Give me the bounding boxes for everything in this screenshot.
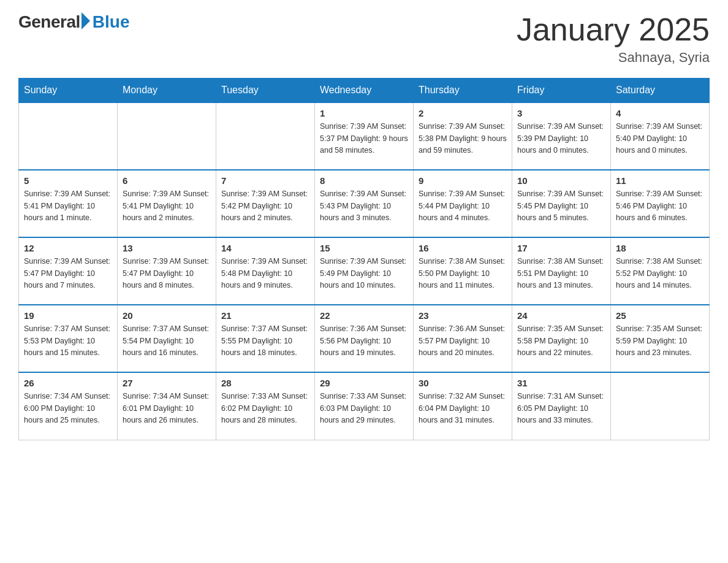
day-number: 15 bbox=[320, 243, 408, 253]
calendar-cell: 6Sunrise: 7:39 AM Sunset: 5:41 PM Daylig… bbox=[118, 170, 216, 237]
calendar-cell: 16Sunrise: 7:38 AM Sunset: 5:50 PM Dayli… bbox=[414, 237, 512, 305]
day-number: 1 bbox=[320, 108, 408, 118]
calendar-cell: 14Sunrise: 7:39 AM Sunset: 5:48 PM Dayli… bbox=[216, 237, 315, 305]
day-info: Sunrise: 7:39 AM Sunset: 5:40 PM Dayligh… bbox=[616, 121, 704, 156]
day-number: 23 bbox=[419, 310, 507, 321]
day-number: 4 bbox=[616, 108, 704, 118]
calendar-cell: 11Sunrise: 7:39 AM Sunset: 5:46 PM Dayli… bbox=[611, 170, 710, 237]
calendar-cell: 19Sunrise: 7:37 AM Sunset: 5:53 PM Dayli… bbox=[19, 305, 118, 372]
calendar-cell: 30Sunrise: 7:32 AM Sunset: 6:04 PM Dayli… bbox=[414, 372, 512, 440]
day-info: Sunrise: 7:34 AM Sunset: 6:00 PM Dayligh… bbox=[24, 391, 112, 426]
calendar-cell: 31Sunrise: 7:31 AM Sunset: 6:05 PM Dayli… bbox=[512, 372, 611, 440]
day-number: 28 bbox=[221, 378, 309, 388]
day-number: 14 bbox=[221, 243, 309, 253]
day-number: 30 bbox=[419, 378, 507, 388]
day-number: 12 bbox=[24, 243, 112, 253]
calendar-cell: 21Sunrise: 7:37 AM Sunset: 5:55 PM Dayli… bbox=[216, 305, 315, 372]
header-wednesday: Wednesday bbox=[315, 79, 414, 103]
day-info: Sunrise: 7:39 AM Sunset: 5:44 PM Dayligh… bbox=[419, 188, 507, 224]
day-number: 11 bbox=[616, 175, 704, 186]
calendar-table: SundayMondayTuesdayWednesdayThursdayFrid… bbox=[18, 78, 710, 440]
page-header: General Blue January 2025 Sahnaya, Syria bbox=[18, 12, 710, 66]
day-info: Sunrise: 7:39 AM Sunset: 5:47 PM Dayligh… bbox=[24, 256, 112, 291]
day-info: Sunrise: 7:34 AM Sunset: 6:01 PM Dayligh… bbox=[123, 391, 211, 426]
day-number: 24 bbox=[517, 310, 605, 321]
header-tuesday: Tuesday bbox=[216, 79, 315, 103]
week-row-1: 5Sunrise: 7:39 AM Sunset: 5:41 PM Daylig… bbox=[19, 170, 710, 237]
calendar-cell: 8Sunrise: 7:39 AM Sunset: 5:43 PM Daylig… bbox=[315, 170, 414, 237]
calendar-cell: 15Sunrise: 7:39 AM Sunset: 5:49 PM Dayli… bbox=[315, 237, 414, 305]
day-number: 8 bbox=[320, 175, 408, 186]
calendar-cell: 9Sunrise: 7:39 AM Sunset: 5:44 PM Daylig… bbox=[414, 170, 512, 237]
day-info: Sunrise: 7:37 AM Sunset: 5:53 PM Dayligh… bbox=[24, 323, 112, 359]
week-row-4: 26Sunrise: 7:34 AM Sunset: 6:00 PM Dayli… bbox=[19, 372, 710, 440]
main-title: January 2025 bbox=[517, 12, 710, 47]
calendar-cell bbox=[611, 372, 710, 440]
day-info: Sunrise: 7:39 AM Sunset: 5:45 PM Dayligh… bbox=[517, 188, 605, 224]
day-number: 27 bbox=[123, 378, 211, 388]
calendar-cell: 24Sunrise: 7:35 AM Sunset: 5:58 PM Dayli… bbox=[512, 305, 611, 372]
header-saturday: Saturday bbox=[611, 79, 710, 103]
day-number: 9 bbox=[419, 175, 507, 186]
header-thursday: Thursday bbox=[414, 79, 512, 103]
calendar-header: SundayMondayTuesdayWednesdayThursdayFrid… bbox=[19, 79, 710, 103]
location-subtitle: Sahnaya, Syria bbox=[517, 50, 710, 66]
calendar-cell: 5Sunrise: 7:39 AM Sunset: 5:41 PM Daylig… bbox=[19, 170, 118, 237]
day-info: Sunrise: 7:39 AM Sunset: 5:41 PM Dayligh… bbox=[123, 188, 211, 224]
day-info: Sunrise: 7:39 AM Sunset: 5:37 PM Dayligh… bbox=[320, 121, 408, 156]
header-sunday: Sunday bbox=[19, 79, 118, 103]
logo-general-text: General bbox=[18, 12, 80, 32]
day-info: Sunrise: 7:35 AM Sunset: 5:58 PM Dayligh… bbox=[517, 323, 605, 359]
day-number: 16 bbox=[419, 243, 507, 253]
day-number: 22 bbox=[320, 310, 408, 321]
day-info: Sunrise: 7:32 AM Sunset: 6:04 PM Dayligh… bbox=[419, 391, 507, 426]
day-info: Sunrise: 7:33 AM Sunset: 6:02 PM Dayligh… bbox=[221, 391, 309, 426]
calendar-cell: 17Sunrise: 7:38 AM Sunset: 5:51 PM Dayli… bbox=[512, 237, 611, 305]
calendar-cell: 2Sunrise: 7:39 AM Sunset: 5:38 PM Daylig… bbox=[414, 102, 512, 170]
calendar-cell bbox=[118, 102, 216, 170]
day-info: Sunrise: 7:39 AM Sunset: 5:39 PM Dayligh… bbox=[517, 121, 605, 156]
day-number: 20 bbox=[123, 310, 211, 321]
title-block: January 2025 Sahnaya, Syria bbox=[517, 12, 710, 66]
logo: General Blue bbox=[18, 12, 129, 32]
day-info: Sunrise: 7:36 AM Sunset: 5:57 PM Dayligh… bbox=[419, 323, 507, 359]
day-info: Sunrise: 7:39 AM Sunset: 5:48 PM Dayligh… bbox=[221, 256, 309, 291]
day-number: 10 bbox=[517, 175, 605, 186]
day-number: 21 bbox=[221, 310, 309, 321]
day-number: 5 bbox=[24, 175, 112, 186]
header-friday: Friday bbox=[512, 79, 611, 103]
calendar-body: 1Sunrise: 7:39 AM Sunset: 5:37 PM Daylig… bbox=[19, 102, 710, 440]
day-number: 3 bbox=[517, 108, 605, 118]
day-info: Sunrise: 7:39 AM Sunset: 5:49 PM Dayligh… bbox=[320, 256, 408, 291]
calendar-cell: 26Sunrise: 7:34 AM Sunset: 6:00 PM Dayli… bbox=[19, 372, 118, 440]
calendar-cell: 7Sunrise: 7:39 AM Sunset: 5:42 PM Daylig… bbox=[216, 170, 315, 237]
day-info: Sunrise: 7:39 AM Sunset: 5:41 PM Dayligh… bbox=[24, 188, 112, 224]
day-info: Sunrise: 7:37 AM Sunset: 5:54 PM Dayligh… bbox=[123, 323, 211, 359]
day-info: Sunrise: 7:39 AM Sunset: 5:42 PM Dayligh… bbox=[221, 188, 309, 224]
day-number: 7 bbox=[221, 175, 309, 186]
calendar-cell: 18Sunrise: 7:38 AM Sunset: 5:52 PM Dayli… bbox=[611, 237, 710, 305]
calendar-cell: 10Sunrise: 7:39 AM Sunset: 5:45 PM Dayli… bbox=[512, 170, 611, 237]
day-number: 29 bbox=[320, 378, 408, 388]
calendar-cell: 13Sunrise: 7:39 AM Sunset: 5:47 PM Dayli… bbox=[118, 237, 216, 305]
week-row-2: 12Sunrise: 7:39 AM Sunset: 5:47 PM Dayli… bbox=[19, 237, 710, 305]
calendar-cell: 22Sunrise: 7:36 AM Sunset: 5:56 PM Dayli… bbox=[315, 305, 414, 372]
day-info: Sunrise: 7:39 AM Sunset: 5:46 PM Dayligh… bbox=[616, 188, 704, 224]
logo-blue-text: Blue bbox=[93, 12, 130, 32]
calendar-cell: 27Sunrise: 7:34 AM Sunset: 6:01 PM Dayli… bbox=[118, 372, 216, 440]
day-info: Sunrise: 7:35 AM Sunset: 5:59 PM Dayligh… bbox=[616, 323, 704, 359]
day-number: 19 bbox=[24, 310, 112, 321]
day-number: 26 bbox=[24, 378, 112, 388]
calendar-cell: 23Sunrise: 7:36 AM Sunset: 5:57 PM Dayli… bbox=[414, 305, 512, 372]
day-number: 31 bbox=[517, 378, 605, 388]
calendar-cell: 3Sunrise: 7:39 AM Sunset: 5:39 PM Daylig… bbox=[512, 102, 611, 170]
calendar-cell: 29Sunrise: 7:33 AM Sunset: 6:03 PM Dayli… bbox=[315, 372, 414, 440]
day-number: 13 bbox=[123, 243, 211, 253]
day-info: Sunrise: 7:36 AM Sunset: 5:56 PM Dayligh… bbox=[320, 323, 408, 359]
day-info: Sunrise: 7:39 AM Sunset: 5:47 PM Dayligh… bbox=[123, 256, 211, 291]
header-monday: Monday bbox=[118, 79, 216, 103]
day-info: Sunrise: 7:39 AM Sunset: 5:38 PM Dayligh… bbox=[419, 121, 507, 156]
day-info: Sunrise: 7:38 AM Sunset: 5:51 PM Dayligh… bbox=[517, 256, 605, 291]
day-info: Sunrise: 7:38 AM Sunset: 5:50 PM Dayligh… bbox=[419, 256, 507, 291]
calendar-cell: 20Sunrise: 7:37 AM Sunset: 5:54 PM Dayli… bbox=[118, 305, 216, 372]
